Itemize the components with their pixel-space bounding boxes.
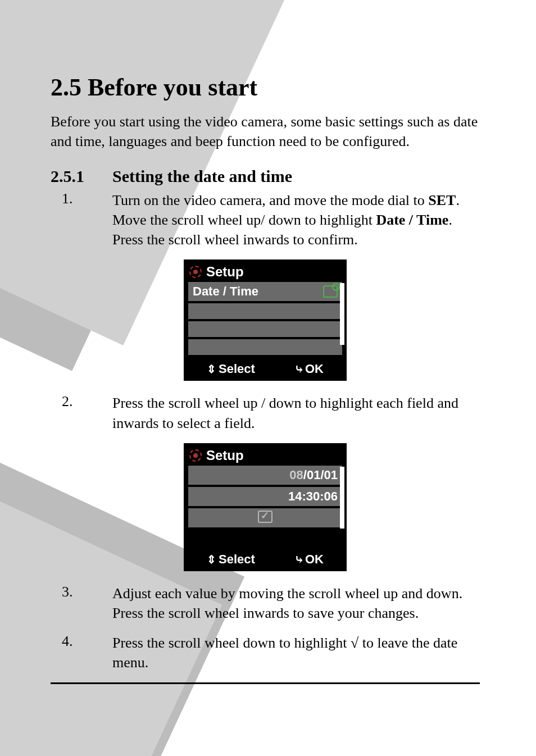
- gear-icon: [189, 449, 202, 462]
- lcd-empty-row: [188, 530, 342, 545]
- step-2: 2. Press the scroll wheel up / down to h…: [51, 393, 480, 432]
- section-intro: Before you start using the video camera,…: [51, 112, 480, 151]
- lcd-menu-item-empty: [188, 321, 342, 337]
- press-icon: OK: [294, 552, 324, 567]
- step-1: 1. Turn on the video camera, and move th…: [51, 190, 480, 249]
- subsection-number: 2.5.1: [51, 167, 112, 186]
- checkmark-icon: [258, 511, 272, 523]
- lcd-scrollbar: [340, 467, 344, 529]
- step-text: Turn on the video camera, and move the m…: [112, 190, 480, 249]
- section-number: 2.5: [51, 74, 81, 101]
- subsection-heading: 2.5.1 Setting the date and time: [51, 167, 480, 186]
- scroll-icon: Select: [207, 362, 255, 376]
- step-number: 3.: [51, 584, 112, 623]
- step-text-part: Press the scroll wheel down to highlight: [112, 635, 351, 651]
- lcd-time-value: 14:30:06: [288, 489, 338, 503]
- press-icon: OK: [294, 362, 324, 376]
- calendar-clock-icon: [323, 285, 338, 298]
- checkmark-symbol: √: [351, 635, 358, 651]
- lcd-date-row: 08/01/01: [188, 466, 342, 485]
- step-text: Adjust each value by moving the scroll w…: [112, 584, 480, 623]
- scroll-icon: Select: [207, 552, 255, 567]
- step-text: Press the scroll wheel up / down to high…: [112, 393, 480, 432]
- step-4: 4. Press the scroll wheel down to highli…: [51, 633, 480, 672]
- lcd-date-rest: /01/01: [303, 468, 338, 482]
- step-number: 4.: [51, 633, 112, 672]
- camera-lcd-datetime-edit: Setup 08/01/01 14:30:06 Select OK: [184, 443, 347, 571]
- section-title: Before you start: [88, 74, 257, 101]
- lcd-title: Setup: [206, 448, 244, 463]
- lcd-footer-ok: OK: [305, 362, 324, 376]
- gear-icon: [189, 266, 202, 278]
- step-bold: Date / Time: [376, 212, 448, 228]
- page-content: 2.5 Before you start Before you start us…: [0, 0, 536, 718]
- lcd-menu-item-empty: [188, 303, 342, 319]
- lcd-menu-item-datetime: Date / Time: [188, 282, 342, 301]
- step-3: 3. Adjust each value by moving the scrol…: [51, 584, 480, 623]
- lcd-footer-select: Select: [219, 362, 255, 376]
- step-text: Press the scroll wheel down to highlight…: [112, 633, 480, 672]
- camera-lcd-setup-menu: Setup Date / Time Select OK: [184, 259, 347, 381]
- section-divider: [51, 682, 480, 684]
- lcd-scrollbar: [340, 283, 344, 345]
- step-number: 2.: [51, 393, 112, 432]
- lcd-time-row: 14:30:06: [188, 487, 342, 506]
- lcd-menu-label: Date / Time: [193, 284, 258, 299]
- lcd-footer-select: Select: [219, 552, 255, 566]
- subsection-title: Setting the date and time: [112, 167, 292, 186]
- lcd-date-editable: 08: [289, 468, 303, 482]
- lcd-title: Setup: [206, 264, 244, 280]
- step-number: 1.: [51, 190, 112, 249]
- step-text-part: Turn on the video camera, and move the m…: [112, 192, 428, 208]
- step-bold: SET: [428, 192, 456, 208]
- lcd-menu-item-empty: [188, 339, 342, 355]
- lcd-footer-ok: OK: [305, 552, 324, 566]
- section-heading: 2.5 Before you start: [51, 73, 480, 102]
- lcd-confirm-row: [188, 508, 342, 527]
